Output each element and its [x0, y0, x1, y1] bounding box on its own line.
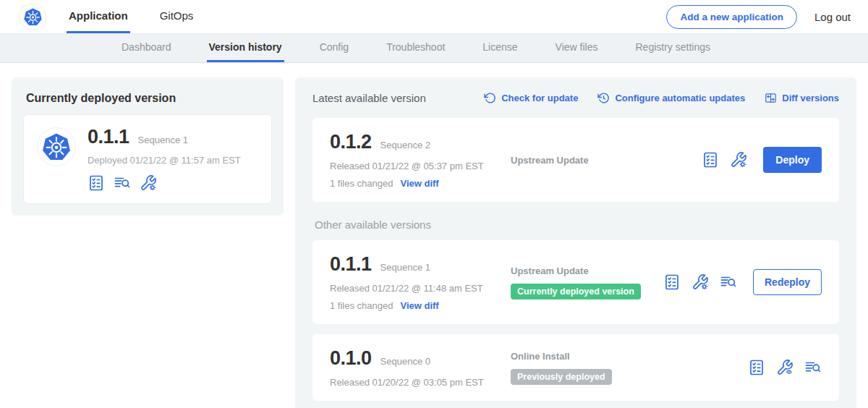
view-logs-icon[interactable]: [804, 359, 822, 376]
version-row-0-1-1: 0.1.1 Sequence 1 Released 01/21/22 @ 11:…: [312, 240, 839, 324]
released-timestamp: Released 01/21/22 @ 05:37 pm EST: [330, 161, 511, 171]
edit-config-icon[interactable]: [730, 151, 747, 169]
diff-icon: [765, 92, 777, 104]
version-row-0-1-0: 0.1.0 Sequence 0 Released 01/20/22 @ 03:…: [312, 334, 839, 401]
deployed-version-number: 0.1.1: [88, 126, 129, 148]
schedule-update-icon: [597, 92, 610, 104]
tab-gitops[interactable]: GitOps: [158, 0, 196, 33]
deployed-timestamp: Deployed 01/21/22 @ 11:57 am EST: [88, 155, 241, 166]
refresh-icon: [484, 92, 496, 104]
app-header: Application GitOps Add a new application…: [0, 0, 868, 33]
add-application-button[interactable]: Add a new application: [666, 5, 797, 29]
currently-deployed-title: Currently deployed version: [23, 88, 272, 114]
version-number: 0.1.0: [330, 347, 372, 370]
subnav-item-license[interactable]: License: [480, 34, 519, 62]
subnav-item-config[interactable]: Config: [318, 34, 351, 62]
view-config-icon[interactable]: [776, 359, 793, 376]
tab-application-label: Application: [69, 9, 128, 22]
subnav-item-registry-settings[interactable]: Registry settings: [633, 34, 712, 62]
tab-gitops-label: GitOps: [160, 9, 194, 22]
version-row-0-1-2: 0.1.2 Sequence 2 Released 01/21/22 @ 05:…: [312, 118, 839, 202]
tab-application[interactable]: Application: [67, 0, 130, 33]
released-timestamp: Released 01/21/22 @ 11:48 am EST: [330, 283, 511, 294]
subnav-item-view-files[interactable]: View files: [553, 34, 600, 62]
configure-automatic-updates-link[interactable]: Configure automatic updates: [597, 92, 745, 104]
preflight-checks-icon[interactable]: [702, 151, 719, 169]
version-source-label: Upstream Update: [511, 265, 589, 276]
version-number: 0.1.2: [330, 131, 372, 153]
edit-config-icon[interactable]: [140, 174, 157, 192]
kubernetes-logo-icon: [41, 132, 72, 162]
deploy-button[interactable]: Deploy: [763, 147, 822, 173]
version-source-label: Online Install: [511, 351, 570, 362]
files-changed-label: 1 files changed: [330, 178, 393, 189]
header-right: Add a new application Log out: [666, 0, 851, 33]
app-logo: [19, 3, 46, 30]
main-content: Currently deployed version 0.1.1 Sequenc…: [0, 63, 868, 408]
sequence-label: Sequence 0: [380, 356, 430, 367]
version-number: 0.1.1: [330, 253, 372, 276]
preflight-checks-icon[interactable]: [748, 359, 765, 376]
preflight-checks-icon[interactable]: [663, 273, 681, 291]
app-version-logo: [37, 127, 76, 166]
currently-deployed-version-card: 0.1.1 Sequence 1 Deployed 01/21/22 @ 11:…: [23, 114, 272, 204]
deployed-sequence-label: Sequence 1: [138, 135, 188, 145]
currently-deployed-badge: Currently deployed version: [511, 284, 641, 299]
kubernetes-logo-icon: [23, 7, 43, 27]
view-diff-link[interactable]: View diff: [400, 300, 438, 311]
released-timestamp: Released 01/20/22 @ 03:05 pm EST: [330, 377, 511, 388]
other-versions-title: Other available versions: [312, 218, 839, 231]
app-subnav: Dashboard Version history Config Trouble…: [0, 33, 868, 63]
view-diff-link[interactable]: View diff: [400, 178, 438, 189]
version-source-label: Upstream Update: [511, 155, 589, 166]
edit-config-icon[interactable]: [692, 273, 709, 291]
logout-button[interactable]: Log out: [814, 11, 851, 23]
sequence-label: Sequence 2: [380, 140, 430, 150]
subnav-item-troubleshoot[interactable]: Troubleshoot: [384, 34, 447, 62]
currently-deployed-card: Currently deployed version 0.1.1 Sequenc…: [12, 77, 284, 216]
subnav-item-dashboard[interactable]: Dashboard: [119, 34, 174, 62]
redeploy-button[interactable]: Redeploy: [753, 269, 822, 295]
diff-versions-link[interactable]: Diff versions: [765, 92, 839, 104]
sequence-label: Sequence 1: [380, 262, 430, 273]
check-for-update-link[interactable]: Check for update: [484, 92, 578, 104]
files-changed-label: 1 files changed: [330, 300, 393, 311]
view-logs-icon[interactable]: [720, 273, 737, 291]
latest-available-title: Latest available version: [312, 92, 426, 104]
view-logs-icon[interactable]: [114, 174, 131, 192]
previously-deployed-badge: Previously deployed: [511, 369, 612, 385]
subnav-item-version-history[interactable]: Version history: [207, 34, 284, 62]
version-history-panel: Latest available version Check for updat…: [295, 77, 856, 408]
preflight-checks-icon[interactable]: [88, 174, 105, 192]
